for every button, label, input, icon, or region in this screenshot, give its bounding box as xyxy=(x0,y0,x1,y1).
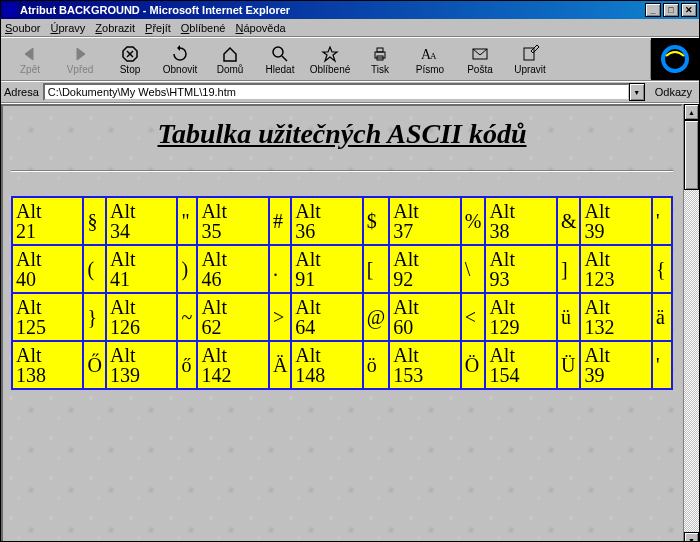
minimize-button[interactable]: _ xyxy=(645,3,661,17)
edit-button[interactable]: Upravit xyxy=(505,42,555,77)
stop-label: Stop xyxy=(120,64,141,75)
menu-soubor-rest: oubor xyxy=(12,22,40,34)
menubar: Soubor Úpravy Zobrazit Přejít Oblíbené N… xyxy=(1,19,699,37)
code-cell: Alt36 xyxy=(292,198,361,244)
char-cell: § xyxy=(84,198,104,244)
code-cell: Alt40 xyxy=(13,246,82,292)
print-button[interactable]: Tisk xyxy=(355,42,405,77)
print-label: Tisk xyxy=(371,64,389,75)
menu-upravy[interactable]: Úpravy xyxy=(50,22,85,34)
code-cell: Alt153 xyxy=(390,342,459,388)
char-cell: Ä xyxy=(270,342,290,388)
stop-button[interactable]: Stop xyxy=(105,42,155,77)
mail-button[interactable]: Pošta xyxy=(455,42,505,77)
back-button[interactable]: Zpět xyxy=(5,42,55,77)
char-cell: ü xyxy=(558,294,580,340)
forward-arrow-icon xyxy=(69,44,91,64)
menu-soubor[interactable]: Soubor xyxy=(5,22,40,34)
char-cell: Ö xyxy=(462,342,485,388)
links-label[interactable]: Odkazy xyxy=(651,86,696,98)
code-cell: Alt91 xyxy=(292,246,361,292)
mail-label: Pošta xyxy=(467,64,493,75)
code-cell: Alt132 xyxy=(581,294,651,340)
char-cell: ' xyxy=(653,342,671,388)
address-dropdown-button[interactable]: ▼ xyxy=(629,83,645,101)
char-cell: ] xyxy=(558,246,580,292)
window-title: Atribut BACKGROUND - Microsoft Internet … xyxy=(20,4,645,16)
code-cell: Alt123 xyxy=(581,246,651,292)
menu-prejit[interactable]: Přejít xyxy=(145,22,171,34)
address-bar: Adresa C:\Dokumenty\My Webs\HTML\19.htm … xyxy=(1,81,699,103)
code-cell: Alt21 xyxy=(13,198,82,244)
home-label: Domů xyxy=(217,64,244,75)
maximize-button[interactable]: □ xyxy=(663,3,679,17)
toolbar: Zpět Vpřed Stop Obnovit Domů Hledat Oblí… xyxy=(1,40,651,79)
back-arrow-icon xyxy=(19,44,41,64)
char-cell: % xyxy=(462,198,485,244)
char-cell: ä xyxy=(653,294,671,340)
vertical-scrollbar[interactable]: ▲ ▼ xyxy=(683,104,699,542)
char-cell: . xyxy=(270,246,290,292)
content-frame: Tabulka užitečných ASCII kódů Alt21§Alt3… xyxy=(1,103,699,542)
font-icon: AA xyxy=(419,44,441,64)
fonts-label: Písmo xyxy=(416,64,444,75)
char-cell: < xyxy=(462,294,485,340)
char-cell: & xyxy=(558,198,580,244)
code-cell: Alt39 xyxy=(581,342,651,388)
code-cell: Alt39 xyxy=(581,198,651,244)
char-cell: [ xyxy=(364,246,388,292)
favorites-button[interactable]: Oblíbené xyxy=(305,42,355,77)
window-buttons: _ □ ✕ xyxy=(645,3,697,17)
char-cell: ( xyxy=(84,246,104,292)
home-button[interactable]: Domů xyxy=(205,42,255,77)
code-cell: Alt142 xyxy=(198,342,267,388)
char-cell: ' xyxy=(653,198,671,244)
code-cell: Alt154 xyxy=(486,342,555,388)
table-row: Alt40(Alt41)Alt46.Alt91[Alt92\Alt93]Alt1… xyxy=(13,246,671,292)
forward-label: Vpřed xyxy=(67,64,94,75)
refresh-label: Obnovit xyxy=(163,64,197,75)
toolbar-wrap: Zpět Vpřed Stop Obnovit Domů Hledat Oblí… xyxy=(1,37,699,81)
forward-button[interactable]: Vpřed xyxy=(55,42,105,77)
code-cell: Alt64 xyxy=(292,294,361,340)
code-cell: Alt34 xyxy=(107,198,176,244)
code-cell: Alt148 xyxy=(292,342,361,388)
refresh-button[interactable]: Obnovit xyxy=(155,42,205,77)
code-cell: Alt37 xyxy=(390,198,459,244)
address-value: C:\Dokumenty\My Webs\HTML\19.htm xyxy=(48,86,236,98)
char-cell: Ő xyxy=(84,342,104,388)
char-cell: \ xyxy=(462,246,485,292)
edit-icon xyxy=(519,44,541,64)
scroll-track[interactable] xyxy=(684,120,699,532)
menu-zobrazit[interactable]: Zobrazit xyxy=(95,22,135,34)
address-input[interactable]: C:\Dokumenty\My Webs\HTML\19.htm xyxy=(43,83,630,101)
svg-point-12 xyxy=(663,47,687,71)
page-viewport[interactable]: Tabulka užitečných ASCII kódů Alt21§Alt3… xyxy=(1,104,683,542)
stop-icon xyxy=(119,44,141,64)
char-cell: ) xyxy=(178,246,196,292)
char-cell: { xyxy=(653,246,671,292)
scroll-thumb[interactable] xyxy=(684,120,699,190)
favorites-label: Oblíbené xyxy=(310,64,351,75)
char-cell: > xyxy=(270,294,290,340)
svg-line-4 xyxy=(282,56,287,61)
menu-oblibene[interactable]: Oblíbené xyxy=(181,22,226,34)
scroll-up-button[interactable]: ▲ xyxy=(684,104,699,120)
code-cell: Alt126 xyxy=(107,294,176,340)
svg-text:A: A xyxy=(430,51,437,61)
code-cell: Alt139 xyxy=(107,342,176,388)
svg-point-3 xyxy=(273,47,283,57)
char-cell: " xyxy=(178,198,196,244)
code-cell: Alt129 xyxy=(486,294,555,340)
fonts-button[interactable]: AA Písmo xyxy=(405,42,455,77)
scroll-down-button[interactable]: ▼ xyxy=(684,532,699,542)
page-title: Tabulka užitečných ASCII kódů xyxy=(11,118,673,150)
app-icon xyxy=(3,3,17,17)
table-row: Alt138ŐAlt139őAlt142ÄAlt148öAlt153ÖAlt15… xyxy=(13,342,671,388)
search-button[interactable]: Hledat xyxy=(255,42,305,77)
close-button[interactable]: ✕ xyxy=(681,3,697,17)
code-cell: Alt93 xyxy=(486,246,555,292)
code-cell: Alt41 xyxy=(107,246,176,292)
menu-napoveda[interactable]: Nápověda xyxy=(235,22,285,34)
code-cell: Alt92 xyxy=(390,246,459,292)
